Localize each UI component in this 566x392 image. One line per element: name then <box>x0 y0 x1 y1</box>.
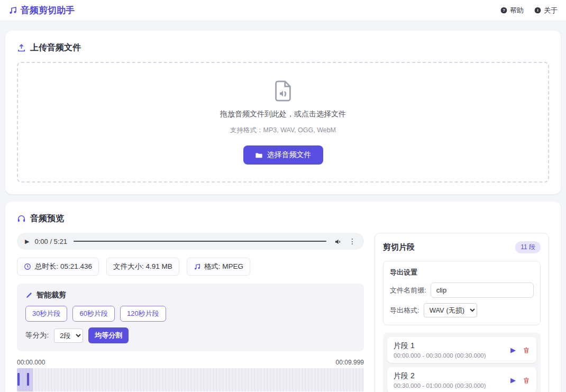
preview-card: 音频预览 ▶ 0:00 / 5:21 ⋮ 总时长: 05:21.43 <box>5 202 561 392</box>
player-time: 0:00 / 5:21 <box>34 238 67 245</box>
preset-120s-button[interactable]: 120秒片段 <box>120 306 166 322</box>
clip-list: 片段 1 00:00.000 - 00:30.000 (00:30.000) ▶ <box>383 333 541 392</box>
clip-name: 片段 2 <box>394 371 486 381</box>
upload-icon <box>17 43 26 52</box>
filesize-chip: 文件大小: 4.91 MB <box>106 258 179 276</box>
clip-count-badge: 11 段 <box>515 241 541 253</box>
player-menu-button[interactable]: ⋮ <box>349 237 356 245</box>
split-row: 等分为: 2段 均等分割 <box>25 327 355 343</box>
music-note-small-icon <box>194 263 200 270</box>
format-row: 导出格式: WAV (无损) <box>390 303 534 317</box>
pen-icon <box>25 291 33 299</box>
trash-icon <box>523 347 530 354</box>
preview-section-title: 音频预览 <box>30 213 64 224</box>
clip-actions: ▶ <box>510 346 530 354</box>
app-title: 音频剪切助手 <box>21 4 75 16</box>
music-note-icon <box>8 6 17 15</box>
top-nav: ? 帮助 i 关于 <box>500 6 558 15</box>
filesize-label: 文件大小: 4.91 MB <box>113 262 172 271</box>
smart-cut-header: 智能裁剪 <box>25 290 355 300</box>
preset-buttons: 30秒片段 60秒片段 120秒片段 <box>25 306 355 322</box>
upload-section-header: 上传音频文件 <box>17 42 549 53</box>
trash-icon <box>523 377 530 384</box>
prefix-label: 文件名前缀: <box>390 286 426 295</box>
question-circle-icon: ? <box>500 7 507 14</box>
supported-formats-text: 支持格式：MP3, WAV, OGG, WebM <box>29 126 537 135</box>
info-circle-icon: i <box>534 7 541 14</box>
clip-range: 00:30.000 - 01:00.000 (00:30.000) <box>394 382 486 389</box>
clip-actions: ▶ <box>510 376 530 384</box>
export-format-label: 导出格式: <box>390 306 419 315</box>
clip-card: 片段 2 00:30.000 - 01:00.000 (00:30.000) ▶ <box>387 367 536 392</box>
clip-card: 片段 1 00:00.000 - 00:30.000 (00:30.000) ▶ <box>387 337 536 363</box>
player-seek-bar[interactable] <box>74 241 326 242</box>
waveform-labels: 00:00.000 00:09.999 <box>17 359 364 366</box>
svg-text:i: i <box>537 8 538 13</box>
help-label: 帮助 <box>510 6 524 15</box>
export-settings-title: 导出设置 <box>390 268 534 277</box>
volume-icon[interactable] <box>334 236 342 246</box>
about-link[interactable]: i 关于 <box>534 6 558 15</box>
headphones-icon <box>17 214 26 223</box>
select-file-button[interactable]: 选择音频文件 <box>243 145 323 165</box>
clips-panel: 剪切片段 11 段 导出设置 文件名前缀: 导出格式: WAV (无损) <box>375 233 549 392</box>
preview-section-header: 音频预览 <box>17 213 549 224</box>
top-bar: 音频剪切助手 ? 帮助 i 关于 <box>0 0 566 21</box>
dropzone-text: 拖放音频文件到此处，或点击选择文件 <box>29 110 537 119</box>
clip-delete-button[interactable] <box>523 347 530 354</box>
selection-end-handle[interactable] <box>27 373 29 386</box>
audio-player: ▶ 0:00 / 5:21 ⋮ <box>17 233 364 250</box>
clip-meta: 片段 1 00:00.000 - 00:30.000 (00:30.000) <box>394 341 486 359</box>
duration-chip: 总时长: 05:21.436 <box>17 258 99 276</box>
format-chip: 格式: MPEG <box>187 258 250 276</box>
clock-icon <box>24 263 31 270</box>
preset-30s-button[interactable]: 30秒片段 <box>25 306 67 322</box>
audio-info-row: 总时长: 05:21.436 文件大小: 4.91 MB 格式: MPEG <box>17 258 364 276</box>
svg-text:?: ? <box>503 8 505 13</box>
clip-play-button[interactable]: ▶ <box>510 376 516 384</box>
waveform-end-label: 00:09.999 <box>336 359 364 366</box>
help-link[interactable]: ? 帮助 <box>500 6 524 15</box>
clip-name: 片段 1 <box>394 341 486 351</box>
clips-title: 剪切片段 <box>383 242 415 252</box>
audio-file-icon <box>271 79 295 103</box>
duration-label: 总时长: 05:21.436 <box>35 262 92 271</box>
preview-left-column: ▶ 0:00 / 5:21 ⋮ 总时长: 05:21.436 文件大小: 4.9… <box>17 233 364 392</box>
clip-play-button[interactable]: ▶ <box>510 346 516 354</box>
clips-panel-header: 剪切片段 11 段 <box>383 241 541 253</box>
app-brand: 音频剪切助手 <box>8 4 75 16</box>
folder-icon <box>255 151 263 159</box>
split-count-select[interactable]: 2段 <box>54 329 83 343</box>
waveform-start-label: 00:00.000 <box>17 359 45 366</box>
about-label: 关于 <box>544 6 558 15</box>
format-label: 格式: MPEG <box>204 262 243 271</box>
dropzone[interactable]: 拖放音频文件到此处，或点击选择文件 支持格式：MP3, WAV, OGG, We… <box>17 62 549 183</box>
smart-cut-title: 智能裁剪 <box>36 290 66 300</box>
equal-split-button[interactable]: 均等分割 <box>88 327 129 343</box>
waveform[interactable] <box>17 368 364 391</box>
clip-delete-button[interactable] <box>523 377 530 384</box>
prefix-input[interactable] <box>431 282 534 298</box>
export-format-select[interactable]: WAV (无损) <box>424 303 477 317</box>
smart-cut-panel: 智能裁剪 30秒片段 60秒片段 120秒片段 等分为: 2段 均等分割 <box>17 284 364 351</box>
upload-card: 上传音频文件 拖放音频文件到此处，或点击选择文件 支持格式：MP3, WAV, … <box>5 31 561 194</box>
selection-start-handle[interactable] <box>17 373 20 386</box>
split-label: 等分为: <box>25 331 49 340</box>
upload-section-title: 上传音频文件 <box>30 42 81 53</box>
export-settings: 导出设置 文件名前缀: 导出格式: WAV (无损) <box>383 261 541 325</box>
prefix-row: 文件名前缀: <box>390 282 534 298</box>
preset-60s-button[interactable]: 60秒片段 <box>72 306 114 322</box>
clip-meta: 片段 2 00:30.000 - 01:00.000 (00:30.000) <box>394 371 486 389</box>
player-play-button[interactable]: ▶ <box>25 238 29 245</box>
clip-range: 00:00.000 - 00:30.000 (00:30.000) <box>394 352 486 359</box>
select-file-label: 选择音频文件 <box>267 150 312 160</box>
